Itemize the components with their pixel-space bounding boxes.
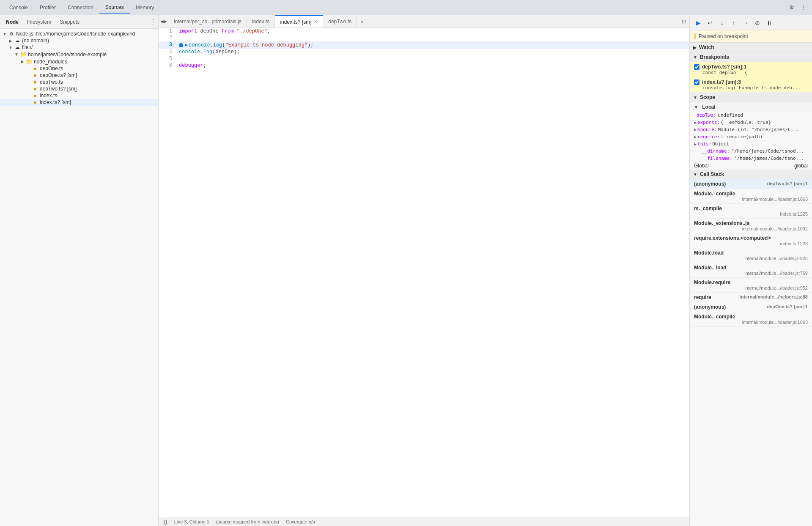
scope-global-row[interactable]: Global global: [690, 162, 812, 170]
call-stack-item-4[interactable]: require.extensions.<computed> index.ts:1…: [690, 233, 812, 248]
breakpoints-section-header[interactable]: ▼ Breakpoints: [690, 52, 812, 62]
call-stack-item-8[interactable]: require internal/module.../helpers.js:88: [690, 293, 812, 302]
watch-section-header[interactable]: ▶ Watch: [690, 43, 812, 52]
editor-tab-primordials[interactable]: internal/per_co...primordials.js: [169, 15, 247, 28]
call-stack-section-header[interactable]: ▼ Call Stack: [690, 170, 812, 179]
call-stack-name-3: Module._extensions..js: [694, 220, 808, 226]
panel-tab-snippets[interactable]: Snippets: [55, 17, 84, 27]
breakpoint-check-2[interactable]: [694, 79, 700, 85]
tab-memory[interactable]: Memory: [130, 2, 160, 14]
tree-item-nodejs-root[interactable]: ▼ ⚙ Node.js: file:///home/james/Code/tsn…: [0, 30, 158, 37]
call-stack-arrow: ▼: [693, 172, 697, 177]
editor-tab-label-deptwo: depTwo.ts: [328, 19, 351, 25]
editor-back-button[interactable]: ◀▶: [159, 16, 169, 27]
format-brackets[interactable]: {}: [164, 518, 167, 525]
call-stack-item-0[interactable]: (anonymous) depTwo.ts? [sm]:1: [690, 179, 812, 189]
resume-button[interactable]: ▶: [693, 18, 703, 28]
tab-profiler[interactable]: Profiler: [34, 2, 62, 14]
scope-var-this[interactable]: ▶ this: Object: [690, 140, 812, 148]
call-stack-item-5[interactable]: Module.load internal/module.../loader.js…: [690, 248, 812, 263]
more-options-button[interactable]: ⋮: [798, 3, 809, 13]
call-stack-item-7[interactable]: Module.require internal/module.../loader…: [690, 278, 812, 293]
tree-arrow-node-modules: ▶: [19, 59, 25, 64]
deactivate-button[interactable]: ⊘: [752, 18, 763, 28]
editor-tab-index[interactable]: index.ts: [247, 15, 275, 28]
tree-item-index-sm[interactable]: ■ index.ts? [sm]: [0, 99, 158, 106]
step-button[interactable]: →: [741, 18, 751, 28]
step-into-button[interactable]: ↓: [717, 18, 727, 28]
editor-tab-label-primordials: internal/per_co...primordials.js: [174, 19, 241, 25]
scope-var-name-exports: exports:: [697, 120, 720, 125]
editor-tab-index-sm[interactable]: index.ts? [sm] ✕: [275, 15, 323, 28]
tree-arrow-no-domain: ▶: [8, 38, 14, 43]
step-over-button[interactable]: ↩: [705, 18, 715, 28]
tree-item-deptwo-ts[interactable]: ■ depTwo.ts: [0, 79, 158, 85]
scope-var-exports[interactable]: ▶ exports: {__esModule: true}: [690, 119, 812, 126]
code-editor[interactable]: 1 import depOne from "./depOne"; 2 3 ▶co…: [159, 28, 689, 517]
editor-tabs-expand[interactable]: ⊡: [678, 19, 689, 25]
scope-var-name-module: module:: [697, 127, 717, 132]
tab-sources[interactable]: Sources: [99, 2, 130, 14]
tree-label-project: home/james/Code/tsnode-example: [28, 52, 107, 58]
code-line-5: 5: [159, 55, 689, 62]
call-stack-item-9[interactable]: (anonymous) depOne.ts? [sm]:1: [690, 302, 812, 312]
call-stack-item-3[interactable]: Module._extensions..js internal/module..…: [690, 219, 812, 233]
code-line-2: 2: [159, 35, 689, 41]
tree-label-depone: depOne.ts: [40, 66, 63, 71]
panel-tabs-more[interactable]: ⋮: [150, 18, 156, 26]
call-stack-item-10[interactable]: Module._compile internal/module.../loade…: [690, 312, 812, 327]
editor-tabs-more[interactable]: »: [357, 19, 367, 25]
tree-item-node-modules[interactable]: ▶ 📁 node_modules: [0, 58, 158, 65]
scope-global-value: global: [794, 163, 808, 169]
call-stack-loc-4: index.ts:1228: [694, 241, 808, 246]
call-stack-loc-2: index.ts:1225: [694, 211, 808, 216]
scope-section-header[interactable]: ▼ Scope: [690, 93, 812, 102]
line-num-6: 6: [159, 62, 176, 69]
tree-label-index: index.ts: [40, 93, 57, 99]
line-num-5: 5: [159, 55, 176, 62]
tree-icon-cloud: ☁: [14, 38, 21, 44]
file-icon-deptwo-sm: ■: [31, 86, 39, 91]
panel-tab-node[interactable]: Node: [2, 17, 23, 27]
tab-connection[interactable]: Connection: [62, 2, 99, 14]
tree-item-index-ts[interactable]: ■ index.ts: [0, 92, 158, 99]
line-content-1: import depOne from "./depOne";: [176, 28, 689, 35]
call-stack-loc-3: internal/module.../loader.js:1092: [694, 226, 808, 231]
editor-tab-deptwo[interactable]: depTwo.ts: [323, 15, 357, 28]
tree-item-file-prefix[interactable]: ▼ ☁ file://: [0, 44, 158, 51]
tree-arrow-root: ▼: [2, 32, 8, 36]
scope-var-val-dirname: "/home/james/Code/tsnod...: [731, 148, 804, 154]
step-out-button[interactable]: ↑: [729, 18, 739, 28]
watch-arrow: ▶: [693, 45, 697, 50]
panel-tab-filesystem[interactable]: Filesystem: [23, 17, 55, 27]
pause-exceptions-button[interactable]: ⏸: [764, 18, 774, 28]
tab-console[interactable]: Console: [3, 2, 34, 14]
scope-var-require[interactable]: ▶ require: f require(path): [690, 133, 812, 140]
file-tree: ▼ ⚙ Node.js: file:///home/james/Code/tsn…: [0, 29, 158, 526]
breakpoints-arrow: ▼: [693, 55, 697, 60]
call-stack-item-6[interactable]: Module._load internal/module.../loader.j…: [690, 263, 812, 278]
tree-item-depone-ts[interactable]: ■ depOne.ts: [0, 65, 158, 72]
tree-item-project-root[interactable]: ▼ 📁 home/james/Code/tsnode-example: [0, 51, 158, 58]
tree-item-depone-sm[interactable]: ■ depOne.ts? [sm]: [0, 72, 158, 79]
paused-message: Paused on breakpoint: [699, 33, 748, 39]
breakpoints-label: Breakpoints: [700, 54, 729, 60]
settings-button[interactable]: ⚙: [787, 3, 797, 13]
call-stack-loc-5: internal/module.../loader.js:928: [694, 256, 808, 261]
editor-tab-close-index-sm[interactable]: ✕: [314, 19, 318, 25]
breakpoint-row-1: depTwo.ts? [sm]:1: [694, 64, 808, 70]
line-num-3: 3: [159, 41, 176, 49]
code-line-3: 3 ▶console.log("Example ts-node debuggin…: [159, 41, 689, 49]
call-stack-item-2[interactable]: m._compile index.ts:1225: [690, 204, 812, 219]
call-stack-item-1[interactable]: Module._compile internal/module.../loade…: [690, 189, 812, 204]
left-panel-tabs: Node Filesystem Snippets ⋮: [0, 15, 158, 29]
scope-var-module[interactable]: ▶ module: Module {id: "/home/james/C...: [690, 126, 812, 133]
tree-item-deptwo-sm[interactable]: ■ depTwo.ts? [sm]: [0, 85, 158, 92]
scope-var-name-filename: __filename:: [702, 156, 732, 161]
tree-label-deptwo: depTwo.ts: [40, 79, 63, 85]
scope-var-name-require: require:: [697, 134, 720, 140]
scope-var-name-dirname: __dirname:: [702, 148, 730, 154]
breakpoint-check-1[interactable]: [694, 64, 700, 70]
execution-arrow: ▶: [185, 42, 188, 48]
tree-item-no-domain[interactable]: ▶ ☁ (no domain): [0, 37, 158, 44]
